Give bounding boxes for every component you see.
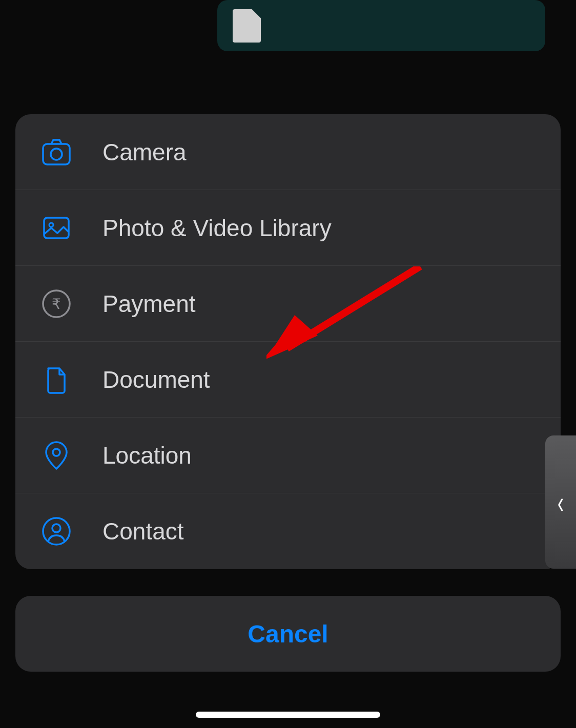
contact-icon xyxy=(41,516,72,547)
menu-item-camera[interactable]: Camera xyxy=(15,114,561,190)
menu-item-document[interactable]: Document xyxy=(15,342,561,418)
svg-point-1 xyxy=(51,149,62,160)
svg-rect-0 xyxy=(43,144,70,164)
menu-item-photo-video[interactable]: Photo & Video Library xyxy=(15,190,561,266)
chat-message-bubble xyxy=(217,0,545,51)
chevron-left-icon: ‹ xyxy=(558,485,564,520)
attachment-action-sheet: Camera Photo & Video Library ₹ Payment xyxy=(15,114,561,569)
document-icon xyxy=(41,364,72,395)
location-icon xyxy=(41,440,72,471)
menu-item-payment[interactable]: ₹ Payment xyxy=(15,266,561,342)
side-tab[interactable]: ‹ xyxy=(545,435,576,569)
photo-icon xyxy=(41,213,72,243)
svg-point-7 xyxy=(43,518,70,545)
menu-label: Photo & Video Library xyxy=(102,214,332,242)
file-icon xyxy=(233,9,261,43)
menu-label: Contact xyxy=(102,517,184,545)
menu-label: Document xyxy=(102,366,210,393)
svg-point-6 xyxy=(53,449,60,456)
payment-icon: ₹ xyxy=(41,288,72,319)
svg-point-8 xyxy=(52,524,60,532)
menu-label: Location xyxy=(102,442,192,469)
cancel-label: Cancel xyxy=(248,620,328,648)
menu-item-location[interactable]: Location xyxy=(15,418,561,493)
menu-item-contact[interactable]: Contact xyxy=(15,493,561,569)
camera-icon xyxy=(41,137,72,168)
home-indicator[interactable] xyxy=(196,712,380,718)
menu-label: Payment xyxy=(102,290,196,318)
cancel-button[interactable]: Cancel xyxy=(15,596,561,672)
svg-point-3 xyxy=(49,223,53,227)
menu-label: Camera xyxy=(102,138,187,166)
svg-text:₹: ₹ xyxy=(52,296,61,312)
